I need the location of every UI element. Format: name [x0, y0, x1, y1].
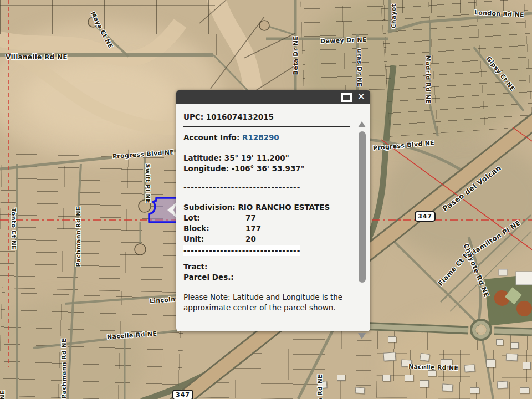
parcel-info-popup: ✕ UPC: 1016074132015 Account Info: R1282…	[176, 90, 370, 331]
house	[337, 375, 345, 381]
note-text: Please Note: Latitude and Longitude is t…	[183, 292, 345, 313]
street-label: Villanelle Rd NE	[6, 54, 68, 60]
street-label: Pachmann Rd NE	[75, 206, 81, 267]
scrollbar-thumb[interactable]	[359, 131, 366, 283]
street-label: a Rd NE	[317, 374, 323, 399]
street-label: Dewey Dr NE	[320, 37, 367, 44]
upc-value: UPC: 1016074132015	[183, 112, 350, 122]
latitude-value: Latitude: 35° 19' 11.200"	[183, 153, 350, 163]
street-label: Swift Pl NE	[145, 164, 151, 203]
house	[382, 375, 391, 381]
highway-shield: 347	[415, 211, 436, 222]
house	[506, 353, 518, 361]
block-label: Block:	[183, 223, 245, 234]
separator-dashes: --------------------------------	[183, 182, 350, 192]
account-info-label: Account Info:	[183, 133, 239, 142]
house	[486, 359, 495, 367]
highway-shield: 347	[172, 390, 193, 399]
house	[383, 352, 396, 361]
map-canvas[interactable]: Villanelle Rd NEMaya Ct NEDewey Dr NELon…	[0, 0, 532, 399]
house	[464, 364, 475, 372]
longitude-value: Longitude: -106° 36' 53.937"	[183, 163, 350, 174]
house	[442, 383, 453, 391]
street-label: uras Dr NE	[356, 49, 362, 87]
house	[470, 387, 479, 393]
house	[420, 380, 429, 387]
maximize-icon[interactable]	[341, 93, 352, 102]
street-label: Nacelle Rd NE	[408, 364, 459, 371]
house	[511, 342, 519, 349]
account-link[interactable]: R128290	[242, 133, 279, 142]
street-label: Lincoln	[150, 296, 176, 304]
subdivision-label: Subdivision:	[183, 203, 236, 212]
house	[420, 353, 430, 361]
house	[497, 381, 508, 389]
house	[388, 336, 396, 342]
house	[405, 375, 413, 381]
street-label: Chayot	[391, 4, 397, 29]
tract-label: Tract:	[183, 262, 350, 272]
scroll-down-icon[interactable]	[358, 333, 366, 339]
separator-dashes: --------------------------------	[183, 245, 300, 256]
block-value: 177	[245, 224, 261, 233]
street-label: NE	[0, 390, 6, 399]
house	[496, 339, 503, 345]
divider	[183, 126, 350, 127]
unit-label: Unit:	[183, 234, 245, 244]
unit-value: 20	[245, 234, 256, 243]
scroll-up-icon[interactable]	[358, 121, 366, 127]
popup-content: UPC: 1016074132015 Account Info: R128290…	[176, 104, 370, 339]
lot-label: Lot:	[183, 213, 245, 223]
street-label: Tonto Ct NE	[11, 208, 17, 250]
subdivision-value: RIO RANCHO ESTATES	[238, 203, 330, 212]
popup-titlebar[interactable]: ✕	[176, 90, 370, 104]
lot-value: 77	[245, 213, 256, 222]
street-label: Madrid Rd NE	[425, 55, 431, 104]
house	[520, 387, 529, 393]
parcel-des-label: Parcel Des.:	[183, 272, 350, 283]
house	[523, 362, 531, 369]
house	[355, 387, 365, 393]
street-label: Pachmann Rd NE	[61, 338, 67, 398]
close-icon[interactable]: ✕	[357, 92, 365, 101]
street-label: Beta Dr NE	[293, 36, 299, 75]
